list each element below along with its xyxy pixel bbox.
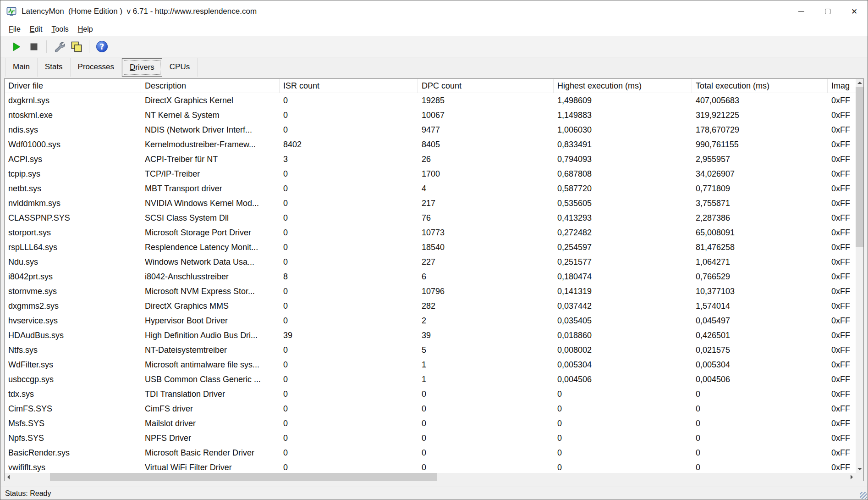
table-cell: hvservice.sys	[5, 313, 141, 328]
table-row[interactable]: BasicRender.sysMicrosoft Basic Render Dr…	[5, 445, 856, 460]
scroll-up-button[interactable]	[856, 79, 863, 87]
table-cell: NVIDIA Windows Kernel Mod...	[141, 196, 280, 211]
table-row[interactable]: netbt.sysMBT Transport driver040,5877200…	[5, 181, 856, 196]
table-row[interactable]: rspLLL64.sysResplendence Latency Monit..…	[5, 240, 856, 255]
table-cell: Resplendence Latency Monit...	[141, 240, 280, 255]
vertical-scrollbar-thumb[interactable]	[856, 87, 863, 247]
table-cell: 0,535605	[554, 196, 692, 211]
column-header-imag[interactable]: Imag	[828, 79, 856, 93]
tab-stats[interactable]: Stats	[38, 58, 71, 77]
scroll-down-button[interactable]	[856, 465, 863, 473]
column-header-total-execution-ms-[interactable]: Total execution (ms)	[692, 79, 828, 93]
table-cell: CimFS.SYS	[5, 401, 141, 416]
table-cell: 0	[692, 445, 828, 460]
table-row[interactable]: Msfs.SYSMailslot driver00000xFF	[5, 416, 856, 431]
table-row[interactable]: i8042prt.sysi8042-Anschlusstreiber860,18…	[5, 269, 856, 284]
column-header-description[interactable]: Description	[141, 79, 280, 93]
table-cell: TCP/IP-Treiber	[141, 167, 280, 181]
table-row[interactable]: Wdf01000.sysKernelmodustreiber-Framew...…	[5, 137, 856, 152]
start-monitor-button[interactable]	[8, 38, 25, 56]
options-button[interactable]	[50, 38, 68, 56]
scrollbar-corner	[856, 473, 863, 481]
minimize-button[interactable]	[788, 0, 814, 22]
table-cell: 10773	[418, 225, 554, 240]
stop-monitor-button[interactable]	[25, 38, 43, 56]
table-cell: 0,037442	[554, 299, 692, 313]
table-row[interactable]: ntoskrnl.exeNT Kernel & System0100671,14…	[5, 108, 856, 122]
scroll-left-button[interactable]	[5, 473, 12, 481]
resize-grip[interactable]	[860, 492, 867, 499]
tab-drivers[interactable]: Drivers	[122, 58, 162, 77]
tab-cpus[interactable]: CPUs	[162, 58, 198, 77]
scroll-right-button[interactable]	[848, 473, 856, 481]
table-cell: 0	[280, 299, 418, 313]
table-row[interactable]: nvlddmkm.sysNVIDIA Windows Kernel Mod...…	[5, 196, 856, 211]
table-row[interactable]: ACPI.sysACPI-Treiber für NT3260,7940932,…	[5, 152, 856, 167]
column-header-driver-file[interactable]: Driver file	[5, 79, 141, 93]
table-row[interactable]: Ntfs.sysNT-Dateisystemtreiber050,0080020…	[5, 343, 856, 357]
table-cell: Microsoft NVM Express Stor...	[141, 284, 280, 299]
table-cell: ACPI-Treiber für NT	[141, 152, 280, 167]
table-cell: 34,026907	[692, 167, 828, 181]
table-row[interactable]: Ndu.sysWindows Network Data Usa...02270,…	[5, 255, 856, 269]
table-cell: 0	[692, 460, 828, 473]
horizontal-scrollbar-thumb[interactable]	[50, 473, 437, 481]
table-row[interactable]: Npfs.SYSNPFS Driver00000xFF	[5, 431, 856, 445]
table-cell: 282	[418, 299, 554, 313]
table-cell: 0xFF	[828, 357, 856, 372]
table-cell: 0,018860	[554, 328, 692, 343]
table-cell: 0,045497	[692, 313, 828, 328]
table-cell: 407,005683	[692, 93, 828, 108]
table-row[interactable]: CimFS.SYSCimFS driver00000xFF	[5, 401, 856, 416]
column-header-dpc-count[interactable]: DPC count	[418, 79, 554, 93]
table-cell: 0	[692, 401, 828, 416]
close-button[interactable]: ✕	[841, 0, 868, 22]
table-row[interactable]: vwififlt.sysVirtual WiFi Filter Driver00…	[5, 460, 856, 473]
table-cell: 3	[280, 152, 418, 167]
menu-file[interactable]: File	[4, 22, 25, 36]
copy-report-button[interactable]	[68, 38, 85, 56]
table-row[interactable]: WdFilter.sysMicrosoft antimalware file s…	[5, 357, 856, 372]
maximize-button[interactable]	[814, 0, 841, 22]
table-cell: 0	[280, 255, 418, 269]
table-cell: 0xFF	[828, 269, 856, 284]
table-cell: NT-Dateisystemtreiber	[141, 343, 280, 357]
table-row[interactable]: ndis.sysNDIS (Network Driver Interf...09…	[5, 122, 856, 137]
table-row[interactable]: stornvme.sysMicrosoft NVM Express Stor..…	[5, 284, 856, 299]
table-cell: vwififlt.sys	[5, 460, 141, 473]
table-row[interactable]: storport.sysMicrosoft Storage Port Drive…	[5, 225, 856, 240]
table-cell: 0xFF	[828, 299, 856, 313]
vertical-scrollbar[interactable]	[856, 79, 863, 473]
table-cell: 2	[418, 313, 554, 328]
column-header-highest-execution-ms-[interactable]: Highest execution (ms)	[554, 79, 692, 93]
table-cell: 0	[280, 93, 418, 108]
table-cell: 0	[280, 284, 418, 299]
help-button[interactable]: ?	[93, 38, 110, 56]
table-cell: 0,426501	[692, 328, 828, 343]
table-cell: 0	[554, 445, 692, 460]
table-row[interactable]: tdx.sysTDI Translation Driver00000xFF	[5, 387, 856, 401]
table-row[interactable]: CLASSPNP.SYSSCSI Class System Dll0760,41…	[5, 211, 856, 225]
table-cell: 0,272482	[554, 225, 692, 240]
table-cell: 217	[418, 196, 554, 211]
column-header-isr-count[interactable]: ISR count	[280, 79, 418, 93]
table-cell: Microsoft antimalware file sys...	[141, 357, 280, 372]
horizontal-scrollbar[interactable]	[5, 473, 856, 481]
table-row[interactable]: usbccgp.sysUSB Common Class Generic ...0…	[5, 372, 856, 387]
toolbar-separator	[46, 40, 47, 53]
tab-main[interactable]: Main	[5, 58, 38, 77]
table-cell: 8	[280, 269, 418, 284]
menu-edit[interactable]: Edit	[25, 22, 47, 36]
table-row[interactable]: hvservice.sysHypervisor Boot Driver020,0…	[5, 313, 856, 328]
table-row[interactable]: HDAudBus.sysHigh Definition Audio Bus Dr…	[5, 328, 856, 343]
menu-help[interactable]: Help	[73, 22, 98, 36]
menu-tools[interactable]: Tools	[47, 22, 73, 36]
table-row[interactable]: dxgmms2.sysDirectX Graphics MMS02820,037…	[5, 299, 856, 313]
table-row[interactable]: tcpip.sysTCP/IP-Treiber017000,68780834,0…	[5, 167, 856, 181]
table-cell: 1,149883	[554, 108, 692, 122]
table-cell: 8405	[418, 137, 554, 152]
table-cell: ntoskrnl.exe	[5, 108, 141, 122]
tab-processes[interactable]: Processes	[71, 58, 122, 77]
table-row[interactable]: dxgkrnl.sysDirectX Graphics Kernel019285…	[5, 93, 856, 108]
arrow-left-icon	[7, 475, 10, 479]
